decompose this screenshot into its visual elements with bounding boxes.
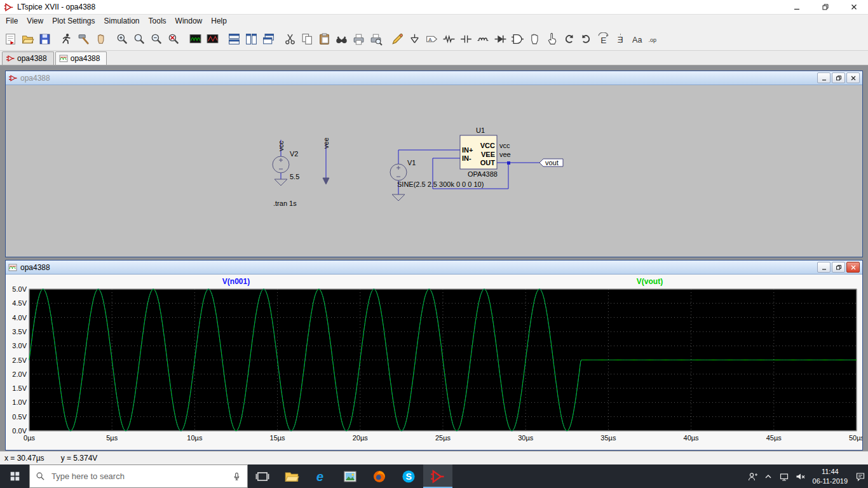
tool-zoom-fit-button[interactable] — [165, 30, 182, 48]
clock-date: 06-11-2019 — [813, 477, 848, 485]
people-icon[interactable] — [745, 464, 761, 488]
legend-v-n001-[interactable]: V(n001) — [222, 277, 250, 286]
u1-part-label[interactable]: OPA4388 — [468, 170, 498, 178]
vcc-net-label[interactable]: vcc — [277, 140, 285, 151]
tool-tile-vertical-button[interactable] — [226, 30, 243, 48]
u1-vcc-net-label[interactable]: vcc — [499, 142, 510, 149]
tool-paste-button[interactable] — [316, 30, 333, 48]
minimize-button[interactable] — [817, 72, 831, 83]
tool-inductor-button[interactable] — [475, 30, 492, 48]
waveform-plot-area[interactable]: 0µs5µs10µs15µs20µs25µs30µs35µs40µs45µs50… — [6, 274, 862, 450]
volume-muted-icon[interactable] — [792, 464, 808, 488]
menu-help[interactable]: Help — [207, 15, 231, 27]
tool-resistor-button[interactable] — [440, 30, 458, 48]
schematic-titlebar[interactable]: opa4388 — [6, 71, 862, 85]
menu-view[interactable]: View — [22, 15, 48, 27]
tool-text-button[interactable]: Aa — [629, 30, 646, 48]
menu-tools[interactable]: Tools — [144, 15, 171, 27]
taskbar-edge[interactable]: e — [306, 464, 336, 488]
tool-zoom-out-button[interactable] — [148, 30, 165, 48]
tool-diode-button[interactable] — [492, 30, 509, 48]
mdi-area: opa4388 — [0, 65, 868, 451]
x-tick-label: 5µs — [106, 434, 118, 442]
y-tick-label: 4.5V — [12, 299, 27, 307]
x-tick-label: 25µs — [435, 434, 451, 442]
waveform-titlebar[interactable]: opa4388 — [6, 261, 862, 274]
tool-zoom-in-button[interactable] — [114, 30, 131, 48]
network-icon[interactable] — [776, 464, 792, 488]
tool-component-button[interactable] — [509, 30, 526, 48]
close-button[interactable] — [846, 262, 860, 273]
tool-move-button[interactable] — [526, 30, 543, 48]
v2-name-label[interactable]: V2 — [290, 150, 298, 158]
taskbar-ltspice[interactable] — [423, 464, 452, 488]
toolbar: AEEAa.op — [0, 27, 868, 51]
minimize-button[interactable] — [817, 262, 831, 273]
tool-rotate-button[interactable]: E — [595, 30, 612, 48]
action-center-icon[interactable] — [852, 464, 868, 488]
taskbar-clock[interactable]: 11:44 06-11-2019 — [808, 467, 852, 485]
tab-schematic[interactable]: opa4388 — [2, 51, 54, 65]
tool-run-button[interactable] — [58, 30, 75, 48]
hidden-icons-chevron[interactable] — [761, 464, 776, 488]
tool-save-button[interactable] — [36, 30, 53, 48]
vout-net-text[interactable]: vout — [545, 159, 559, 166]
tool-halt-button[interactable] — [75, 30, 92, 48]
tool-drag-button[interactable] — [543, 30, 560, 48]
taskbar-file-explorer[interactable] — [277, 464, 306, 488]
tool-cascade-button[interactable] — [260, 30, 277, 48]
tool-tile-horizontal-button[interactable] — [243, 30, 260, 48]
tab-waveform[interactable]: opa4388 — [55, 51, 107, 65]
taskbar-firefox[interactable] — [365, 464, 394, 488]
v2-value-label[interactable]: 5.5 — [290, 173, 299, 180]
tool-pause-button[interactable] — [92, 30, 109, 48]
restore-button[interactable] — [832, 72, 845, 83]
tool-cut-button[interactable] — [281, 30, 299, 48]
tool-autorange-button[interactable] — [187, 30, 204, 48]
minimize-button[interactable] — [782, 0, 811, 14]
taskbar-skype[interactable]: S — [394, 464, 423, 488]
tool-print-preview-button[interactable] — [367, 30, 384, 48]
tool-new-schematic-button[interactable] — [2, 30, 19, 48]
tool-print-button[interactable] — [350, 30, 367, 48]
search-input[interactable] — [50, 471, 227, 482]
start-button[interactable] — [0, 464, 29, 488]
tool-zoom-back-button[interactable] — [131, 30, 148, 48]
taskbar-photos[interactable] — [336, 464, 365, 488]
vee-net-label[interactable]: vee — [322, 137, 330, 149]
menu-plot-settings[interactable]: Plot Settings — [48, 15, 99, 27]
tool-plot-settings-button[interactable] — [204, 30, 221, 48]
tool-redo-button[interactable] — [578, 30, 595, 48]
menu-window[interactable]: Window — [171, 15, 207, 27]
tool-ground-button[interactable] — [406, 30, 423, 48]
u1-name-label[interactable]: U1 — [476, 126, 485, 134]
restore-button[interactable] — [811, 0, 839, 14]
microphone-icon[interactable] — [232, 471, 241, 481]
tool-find-button[interactable] — [333, 30, 350, 48]
close-button[interactable] — [839, 0, 868, 14]
restore-button[interactable] — [832, 262, 845, 273]
tran-directive-label[interactable]: .tran 1s — [273, 200, 297, 207]
tool-spice-directive-button[interactable]: .op — [646, 30, 663, 48]
tool-open-button[interactable] — [19, 30, 36, 48]
schematic-canvas[interactable]: V2 5.5 vcc vee V1 SINE(2.5 2.5 300k 0 0 … — [6, 85, 862, 257]
v1-value-label[interactable]: SINE(2.5 2.5 300k 0 0 0 10) — [397, 180, 484, 188]
menu-simulation[interactable]: Simulation — [100, 15, 144, 27]
y-tick-label: 1.5V — [12, 384, 27, 392]
taskbar-search[interactable] — [29, 464, 248, 488]
task-view-button[interactable] — [248, 464, 277, 488]
u1-vee-net-label[interactable]: vee — [499, 151, 511, 158]
tool-mirror-button[interactable]: E — [612, 30, 629, 48]
tool-undo-button[interactable] — [560, 30, 578, 48]
menu-file[interactable]: File — [1, 15, 22, 27]
close-button[interactable] — [846, 72, 860, 83]
legend-v-vout-[interactable]: V(vout) — [637, 277, 663, 286]
tool-wire-button[interactable] — [389, 30, 406, 48]
system-tray: 11:44 06-11-2019 — [745, 464, 868, 488]
v1-name-label[interactable]: V1 — [407, 159, 416, 166]
tool-copy-button[interactable] — [299, 30, 316, 48]
tool-capacitor-button[interactable] — [458, 30, 475, 48]
svg-text:Aa: Aa — [632, 35, 642, 44]
tool-net-label-button[interactable]: A — [423, 30, 440, 48]
x-tick-label: 15µs — [270, 434, 286, 442]
